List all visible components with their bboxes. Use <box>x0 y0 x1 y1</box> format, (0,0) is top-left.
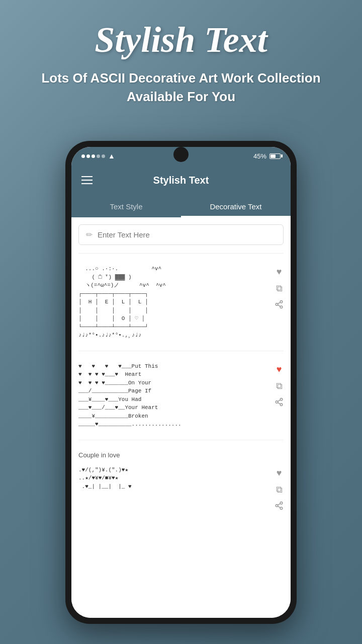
tab-bar: Text Style Decorative Text <box>71 195 291 217</box>
art-actions-hello: ♥ ⧉ <box>275 265 284 311</box>
tab-text-style[interactable]: Text Style <box>71 195 181 217</box>
art-content-hello: ...○ .·:·. ^v^ ( ̄□ ̄') ▓▓▓ ) ヽ(=^ω^=)ノ … <box>78 265 270 340</box>
battery-fill <box>270 154 276 158</box>
svg-line-9 <box>278 399 280 401</box>
share-button-heart[interactable] <box>275 397 284 409</box>
dot5 <box>102 154 105 158</box>
svg-point-12 <box>280 507 283 510</box>
art-item-hello: ...○ .·:·. ^v^ ( ̄□ ̄') ▓▓▓ ) ヽ(=^ω^=)ノ … <box>78 259 284 346</box>
like-button-heart[interactable]: ♥ <box>277 364 282 375</box>
svg-point-5 <box>280 398 283 400</box>
wifi-icon: ▲ <box>108 152 115 160</box>
svg-point-11 <box>276 504 278 507</box>
art-item-couple: Couple in love .♥/(,")¥.(".)♥★ ..★/♥¥♥/■… <box>78 445 284 519</box>
dot3 <box>92 154 95 158</box>
art-content-heart: ♥ ♥ ♥ ♥___Put This ♥ ♥ ♥ ♥___♥ Heart ♥ ♥… <box>78 362 270 429</box>
svg-line-14 <box>278 503 280 505</box>
divider-3 <box>78 440 284 440</box>
art-item-heart: ♥ ♥ ♥ ♥___Put This ♥ ♥ ♥ ♥___♥ Heart ♥ ♥… <box>78 356 284 435</box>
search-icon: ✏ <box>86 230 93 239</box>
svg-line-3 <box>278 305 280 306</box>
svg-line-8 <box>278 403 280 404</box>
svg-point-1 <box>276 303 278 306</box>
art-actions-heart: ♥ ⧉ <box>275 362 284 409</box>
app-header-subtitle: Lots Of ASCII Decorative Art Work Collec… <box>0 69 362 106</box>
svg-line-13 <box>278 506 280 508</box>
app-header-title: Stylish Text <box>0 20 362 60</box>
app-bar: Stylish Text <box>71 165 291 195</box>
svg-point-10 <box>280 502 283 504</box>
phone-notch <box>173 147 189 162</box>
divider-2 <box>78 351 284 351</box>
svg-line-4 <box>278 302 280 304</box>
svg-point-6 <box>276 400 278 403</box>
phone-frame: ▲ 45% Stylish Text Text Style Decorative… <box>65 141 297 624</box>
app-title: Stylish Text <box>153 175 209 186</box>
svg-point-0 <box>280 301 283 303</box>
hamburger-line2 <box>81 180 93 181</box>
search-input[interactable] <box>98 230 276 239</box>
battery-icon <box>269 153 281 159</box>
status-right: 45% <box>253 152 281 160</box>
svg-point-7 <box>280 404 283 406</box>
like-button-couple[interactable]: ♥ <box>277 468 282 478</box>
dot1 <box>81 154 85 158</box>
hamburger-line1 <box>81 176 93 177</box>
divider-1 <box>78 253 284 254</box>
art-content-couple: .♥/(,")¥.(".)♥★ ..★/♥¥♥/■¥♥★ .♥_| |__| |… <box>78 466 270 491</box>
menu-button[interactable] <box>81 176 93 184</box>
copy-button-couple[interactable]: ⧉ <box>276 485 283 495</box>
share-button-couple[interactable] <box>275 501 284 513</box>
art-label-couple: Couple in love <box>78 451 120 459</box>
hamburger-line3 <box>81 183 93 184</box>
dot2 <box>86 154 90 158</box>
battery-percentage: 45% <box>253 152 266 160</box>
content-area[interactable]: ✏ ...○ .·:·. ^v^ ( ̄□ ̄') ▓▓▓ ) ヽ(=^ω^=)… <box>71 217 291 618</box>
share-button-hello[interactable] <box>275 300 284 311</box>
svg-point-2 <box>280 306 283 308</box>
signal-icon <box>81 154 105 158</box>
dot4 <box>97 154 100 158</box>
search-bar[interactable]: ✏ <box>78 224 284 245</box>
copy-button-hello[interactable]: ⧉ <box>276 283 283 294</box>
phone-screen: ▲ 45% Stylish Text Text Style Decorative… <box>71 147 291 618</box>
copy-button-heart[interactable]: ⧉ <box>276 381 283 391</box>
status-left: ▲ <box>81 152 115 160</box>
tab-decorative-text[interactable]: Decorative Text <box>181 195 291 217</box>
art-actions-couple: ♥ ⧉ <box>275 466 284 513</box>
like-button-hello[interactable]: ♥ <box>277 267 282 277</box>
header-section: Stylish Text Lots Of ASCII Decorative Ar… <box>0 20 362 106</box>
